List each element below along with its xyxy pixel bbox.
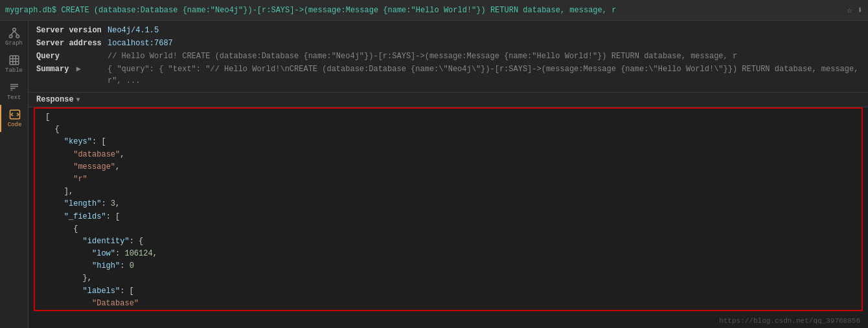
sidebar-text-label: Text (7, 94, 21, 101)
graph-icon (8, 27, 20, 39)
response-label: Response (36, 95, 74, 104)
server-address-value: localhost:7687 (108, 38, 173, 49)
summary-value: { "query": { "text": "// Hello World!\nC… (108, 63, 860, 87)
code-icon (9, 109, 21, 120)
star-icon[interactable]: ☆ (847, 5, 852, 16)
svg-point-0 (12, 28, 16, 32)
summary-arrow-icon[interactable]: ▶ (76, 65, 81, 74)
bottom-bar: https://blog.csdn.net/qq_39768856 (29, 314, 868, 328)
sidebar-item-text[interactable]: A Text (0, 78, 28, 105)
command-prompt: mygraph.db$ CREATE (database:Database {n… (5, 6, 847, 15)
main-layout: Graph Table A Text (0, 21, 868, 328)
sidebar-item-code[interactable]: Code (0, 105, 28, 132)
query-value: // Hello World! CREATE (database:Databas… (108, 50, 737, 62)
info-panel: Server version Neo4j/4.1.5 Server addres… (29, 21, 868, 93)
sidebar-table-label: Table (5, 67, 23, 74)
text-icon: A (8, 82, 20, 93)
sidebar-item-table[interactable]: Table (0, 50, 28, 78)
svg-rect-5 (10, 56, 19, 65)
sidebar-item-graph[interactable]: Graph (0, 23, 28, 50)
svg-line-3 (10, 31, 14, 35)
sidebar-graph-label: Graph (5, 40, 23, 47)
top-bar-icons: ☆ ⬇ (847, 5, 863, 16)
summary-row: Summary ▶ { "query": { "text": "// Hello… (36, 63, 860, 87)
query-row: Query // Hello World! CREATE (database:D… (36, 50, 860, 62)
top-bar: mygraph.db$ CREATE (database:Database {n… (0, 0, 868, 21)
svg-point-1 (9, 35, 12, 38)
download-icon[interactable]: ⬇ (858, 5, 863, 16)
server-version-row: Server version Neo4j/4.1.5 (36, 25, 860, 36)
server-version-value: Neo4j/4.1.5 (108, 25, 159, 36)
content-area: Server version Neo4j/4.1.5 Server addres… (29, 21, 868, 328)
response-header: Response ▼ (29, 93, 868, 107)
table-icon (8, 54, 20, 66)
server-address-row: Server address localhost:7687 (36, 38, 860, 49)
response-arrow-icon[interactable]: ▼ (76, 96, 80, 104)
server-address-label: Server address (36, 38, 108, 49)
code-view-wrapper: [ { "keys": [ "database", "message", "r"… (34, 107, 863, 311)
svg-line-16 (11, 115, 13, 116)
watermark-url: https://blog.csdn.net/qq_39768856 (719, 317, 860, 325)
svg-point-2 (16, 35, 19, 38)
svg-line-4 (14, 31, 17, 35)
sidebar-code-label: Code (8, 122, 22, 128)
code-view[interactable]: [ { "keys": [ "database", "message", "r"… (35, 109, 862, 310)
server-version-label: Server version (36, 25, 108, 36)
svg-text:A: A (10, 88, 13, 93)
summary-label: Summary ▶ (36, 63, 108, 75)
sidebar: Graph Table A Text (0, 21, 29, 328)
query-label: Query (36, 50, 108, 62)
svg-line-18 (17, 115, 19, 116)
